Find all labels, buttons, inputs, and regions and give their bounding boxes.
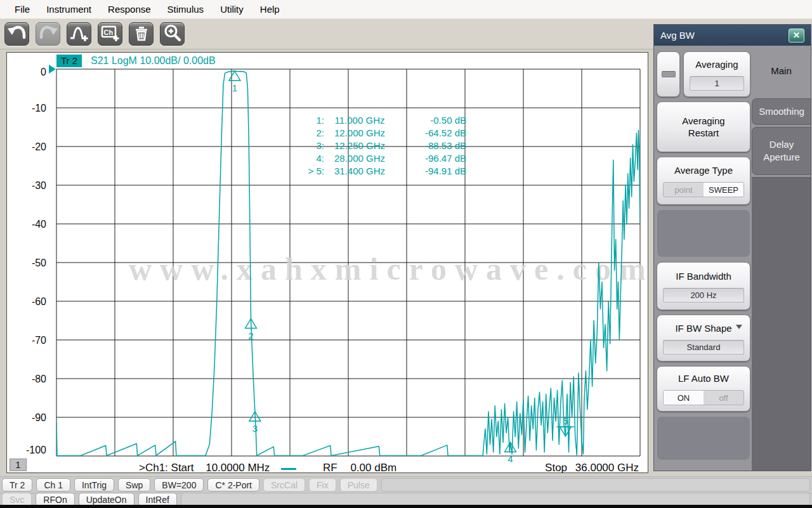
status-button-tr-2[interactable]: Tr 2 (2, 478, 32, 492)
marker-readout-value: -96.47 dB (405, 153, 466, 164)
add-trace-button[interactable] (67, 22, 91, 46)
tab-main[interactable]: Main (752, 46, 811, 96)
status-button-ch-1[interactable]: Ch 1 (36, 478, 70, 492)
status-bar-row-1: Tr 2Ch 1IntTrigSwpBW=200C* 2-PortSrcCalF… (0, 476, 812, 493)
marker-number: 1 (232, 82, 237, 93)
tab-column-filler (752, 177, 811, 471)
status-button-fix[interactable]: Fix (309, 478, 336, 492)
averaging-restart-button[interactable]: Averaging Restart (657, 101, 750, 152)
marker-readout-id: > 5: (292, 166, 324, 176)
status-button-rfon[interactable]: RFOn (36, 493, 74, 506)
status-button-intref[interactable]: IntRef (138, 493, 177, 506)
menu-item-instrument[interactable]: Instrument (38, 0, 100, 18)
undo-button[interactable] (4, 22, 29, 46)
add-trace-icon (69, 23, 89, 46)
tab-delay-aperture[interactable]: DelayAperture (752, 127, 811, 175)
undo-icon (7, 23, 27, 46)
button-label: Averaging Restart (657, 115, 750, 139)
marker-readout-id: 4: (292, 153, 324, 164)
status-button-bw-200[interactable]: BW=200 (154, 478, 204, 492)
led-indicator-icon (662, 71, 676, 77)
status-button-c-2-port[interactable]: C* 2-Port (207, 478, 259, 492)
marker-readout-freq: 12.000 GHz (324, 127, 395, 138)
marker-number: 3 (252, 423, 258, 434)
lf-auto-bw-option-on[interactable]: ON (664, 391, 704, 405)
status-row-filler (181, 493, 810, 506)
lf-auto-bw-segmented-control: ONoff (663, 390, 744, 405)
status-button-pulse[interactable]: Pulse (340, 478, 377, 492)
marker-readout-row: 4:28.000 GHz-96.47 dB (292, 152, 466, 164)
avg-bw-panel: Avg BW ✕ Averaging1Averaging RestartAver… (653, 24, 811, 471)
marker-readout-row: > 5:31.400 GHz-94.91 dB (292, 164, 466, 177)
button-label: LF Auto BW (669, 372, 738, 384)
marker-readout-id: 3: (292, 140, 324, 151)
marker-number: 5 (563, 415, 568, 426)
panel-button-row: Averaging1 (657, 51, 750, 97)
marker-readout-value: -64.52 dB (405, 127, 466, 138)
marker-readout-id: 1: (292, 115, 324, 126)
magnifier-plus-icon (162, 23, 183, 46)
if-bw-shape-value[interactable]: Standard (663, 340, 744, 355)
averaging-toggle-button[interactable] (657, 51, 680, 97)
if-bw-shape-button[interactable]: IF BW ShapeStandard (657, 315, 750, 361)
average-type-option-sweep[interactable]: SWEEP (704, 183, 743, 197)
marker-1[interactable]: 1 (229, 71, 240, 93)
marker-triangle-icon (229, 71, 240, 81)
marker-readout-value: -0.50 dB (405, 115, 466, 126)
button-label: IF BW Shape (666, 322, 740, 334)
window-bottom-edge (0, 505, 812, 508)
close-icon[interactable]: ✕ (789, 29, 804, 42)
panel-title: Avg BW (660, 30, 789, 41)
delete-button[interactable] (129, 22, 154, 46)
marker-readout-id: 2: (292, 127, 324, 138)
average-type-button[interactable]: Average TypepointSWEEP (657, 157, 750, 205)
menu-bar: FileInstrumentResponseStimulusUtilityHel… (0, 0, 812, 19)
averaging-count-value[interactable]: 1 (690, 76, 744, 91)
disabled-blank-button (657, 209, 750, 257)
dropdown-arrow-icon (736, 325, 742, 329)
marker-readout-row: 3:12.250 GHz-88.53 dB (292, 139, 466, 152)
button-label: IF Bandwidth (667, 270, 740, 282)
panel-tab-column: MainSmoothingDelayAperture (752, 46, 811, 471)
status-button-swp[interactable]: Swp (118, 478, 150, 492)
lf-auto-bw-option-off[interactable]: off (704, 391, 743, 405)
status-bar-row-2: SvcRFOnUpdateOnIntRef (0, 493, 812, 505)
status-button-updateon[interactable]: UpdateOn (79, 493, 134, 506)
menu-item-utility[interactable]: Utility (212, 0, 252, 18)
if-bandwidth-button[interactable]: IF Bandwidth200 Hz (657, 262, 750, 310)
marker-readout-freq: 31.400 GHz (324, 166, 395, 176)
disabled-blank-button (657, 416, 750, 460)
panel-title-bar[interactable]: Avg BW ✕ (654, 25, 811, 46)
marker-readout-freq: 11.000 GHz (324, 115, 395, 126)
marker-number: 4 (508, 453, 513, 464)
marker-readout: 1:11.000 GHz-0.50 dB2:12.000 GHz-64.52 d… (292, 114, 466, 177)
menu-item-file[interactable]: File (6, 0, 38, 18)
marker-readout-row: 2:12.000 GHz-64.52 dB (292, 126, 466, 139)
add-channel-icon: Ch (100, 23, 121, 46)
marker-number: 2 (248, 330, 253, 341)
average-type-option-point[interactable]: point (664, 183, 704, 197)
panel-button-column: Averaging1Averaging RestartAverage Typep… (654, 46, 752, 471)
trash-icon (131, 23, 152, 46)
status-button-svc[interactable]: Svc (2, 493, 32, 506)
tab-smoothing[interactable]: Smoothing (752, 98, 811, 125)
average-type-segmented-control: pointSWEEP (663, 182, 744, 197)
status-button-inttrig[interactable]: IntTrig (74, 478, 114, 492)
if-bandwidth-value[interactable]: 200 Hz (663, 288, 744, 303)
redo-button[interactable] (36, 22, 60, 46)
marker-readout-row: 1:11.000 GHz-0.50 dB (292, 114, 466, 126)
status-row-filler (381, 478, 810, 492)
marker-readout-freq: 12.250 GHz (324, 140, 395, 151)
menu-item-help[interactable]: Help (252, 0, 288, 18)
add-channel-button[interactable]: Ch (98, 22, 122, 46)
marker-readout-value: -88.53 dB (405, 140, 466, 151)
zoom-button[interactable] (160, 22, 185, 46)
button-label: Average Type (665, 164, 742, 176)
plot-area[interactable]: Tr 2 S21 LogM 10.00dB/ 0.00dB 0-10-20-30… (6, 52, 648, 473)
menu-item-response[interactable]: Response (100, 0, 159, 18)
menu-item-stimulus[interactable]: Stimulus (159, 0, 213, 18)
status-button-srccal[interactable]: SrcCal (263, 478, 305, 492)
marker-readout-value: -94.91 dB (405, 166, 466, 176)
averaging-button[interactable]: Averaging1 (683, 51, 750, 97)
lf-auto-bw-button[interactable]: LF Auto BWONoff (657, 366, 750, 412)
